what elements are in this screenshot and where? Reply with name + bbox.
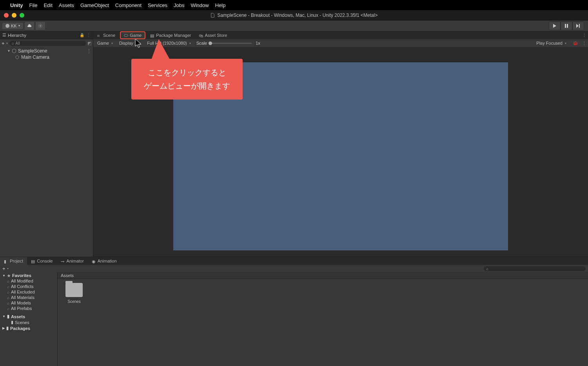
animation-icon: ◉ xyxy=(92,259,96,263)
main-toolbar: KK ▾ xyxy=(0,20,588,31)
console-tab-label: Console xyxy=(37,259,53,263)
gameobject-name: Main Camera xyxy=(21,54,49,60)
step-button[interactable] xyxy=(572,22,584,30)
lock-icon[interactable]: 🔒 xyxy=(80,33,84,37)
tab-game[interactable]: Game xyxy=(120,31,145,39)
scale-value: 1x xyxy=(256,41,260,45)
tab-animator[interactable]: ⊸ Animator xyxy=(57,257,88,265)
menu-component[interactable]: Component xyxy=(115,2,142,8)
hierarchy-tree: ▼ SampleScene ⋮ Main Camera xyxy=(0,47,93,257)
menu-jobs[interactable]: Jobs xyxy=(174,2,184,8)
favorites-header[interactable]: ▼ ★ Favorites xyxy=(0,273,57,278)
play-button[interactable] xyxy=(549,22,561,30)
favorites-label: Favorites xyxy=(12,273,31,278)
tab-asset-store[interactable]: 🛍 Asset Store xyxy=(195,31,231,39)
gameobject-icon xyxy=(15,55,20,60)
search-icon: ⌕ xyxy=(7,290,9,294)
cloud-icon[interactable] xyxy=(25,22,34,30)
folder-icon: ▮ xyxy=(4,259,8,263)
tab-project[interactable]: ▮ Project xyxy=(0,257,27,265)
folder-icon: ▮ xyxy=(6,326,9,331)
menu-file[interactable]: File xyxy=(29,2,38,8)
account-dropdown[interactable]: KK ▾ xyxy=(2,23,23,29)
search-icon: ⌕ xyxy=(7,301,9,305)
favorite-item[interactable]: ⌕All Models xyxy=(0,300,57,306)
favorite-item[interactable]: ⌕All Excluded xyxy=(0,289,57,295)
minimize-button[interactable] xyxy=(12,13,16,18)
tab-animation[interactable]: ◉ Animation xyxy=(88,257,121,265)
scale-label: Scale xyxy=(196,41,207,45)
game-tab-label: Game xyxy=(130,33,142,38)
close-button[interactable] xyxy=(4,13,9,18)
console-icon: ▤ xyxy=(31,259,35,263)
title-text: SampleScene - Breakout - Windows, Mac, L… xyxy=(218,13,378,18)
view-tabs: ⌗ Scene Game ▤ Package Manager 🛍 Asset S… xyxy=(93,31,588,39)
filter-icon[interactable]: ◩ xyxy=(87,41,91,46)
folder-asset[interactable]: Scenes xyxy=(62,283,87,304)
expand-arrow-icon[interactable]: ▼ xyxy=(7,49,10,53)
packages-header[interactable]: ▶ ▮ Packages xyxy=(0,325,57,331)
bottom-tabs: ▮ Project ▤ Console ⊸ Animator ◉ Animati… xyxy=(0,257,588,265)
add-button[interactable]: + xyxy=(2,40,5,46)
hierarchy-panel: ☰ Hierarchy 🔒 ⋮ + ▾ ⌕ All ◩ ▼ SampleScen… xyxy=(0,31,93,257)
scene-row[interactable]: ▼ SampleScene ⋮ xyxy=(0,48,93,54)
gameobject-row[interactable]: Main Camera xyxy=(0,54,93,60)
game-tab-icon xyxy=(124,33,128,38)
macos-menubar: Unity File Edit Assets GameObject Compon… xyxy=(0,0,588,10)
menu-assets[interactable]: Assets xyxy=(59,2,74,8)
window-controls xyxy=(0,13,24,18)
tab-console[interactable]: ▤ Console xyxy=(27,257,56,265)
menu-app[interactable]: Unity xyxy=(10,2,23,8)
svg-point-0 xyxy=(40,25,41,26)
cursor-icon xyxy=(135,38,143,51)
add-button[interactable]: + xyxy=(2,266,5,272)
project-toolbar: + ▾ ⌕ xyxy=(0,265,588,272)
favorite-item[interactable]: ⌕All Modified xyxy=(0,278,57,284)
project-panel: ▮ Project ▤ Console ⊸ Animator ◉ Animati… xyxy=(0,257,588,366)
search-icon: ⌕ xyxy=(7,284,9,289)
search-icon: ⌕ xyxy=(7,279,9,283)
breadcrumb-text: Assets xyxy=(61,273,74,278)
favorite-item[interactable]: ⌕All Prefabs xyxy=(0,306,57,311)
play-focused-dropdown[interactable]: Play Focused xyxy=(534,41,569,45)
tab-menu-icon[interactable]: ⋮ xyxy=(582,41,586,46)
tab-scene[interactable]: ⌗ Scene xyxy=(93,31,119,39)
menu-services[interactable]: Services xyxy=(148,2,167,8)
play-focused-label: Play Focused xyxy=(536,41,563,45)
menu-help[interactable]: Help xyxy=(215,2,226,8)
search-icon: ⌕ xyxy=(12,41,14,45)
game-mode-dropdown[interactable]: Game xyxy=(95,41,115,45)
menu-edit[interactable]: Edit xyxy=(44,2,52,8)
hierarchy-search[interactable]: ⌕ All xyxy=(9,41,86,46)
search-placeholder: All xyxy=(16,41,20,45)
folder-icon: ▮ xyxy=(11,320,13,325)
scale-slider[interactable] xyxy=(209,43,252,44)
scene-tab-icon: ⌗ xyxy=(97,33,102,38)
menu-window[interactable]: Window xyxy=(191,2,209,8)
project-tab-label: Project xyxy=(10,259,23,263)
tab-menu-icon[interactable]: ⋮ xyxy=(582,33,586,38)
menu-icon[interactable]: ⋮ xyxy=(87,33,91,37)
packages-label: Packages xyxy=(10,326,30,331)
assets-grid: Scenes xyxy=(58,279,588,366)
favorite-item[interactable]: ⌕All Materials xyxy=(0,295,57,300)
search-icon: ⌕ xyxy=(7,295,9,300)
assets-header[interactable]: ▼ ▮ Assets xyxy=(0,313,57,319)
account-label: KK xyxy=(11,24,17,28)
bug-icon[interactable]: 🐞 xyxy=(570,41,581,46)
hierarchy-toolbar: + ▾ ⌕ All ◩ xyxy=(0,39,93,47)
project-tree: ▼ ★ Favorites ⌕All Modified ⌕All Conflic… xyxy=(0,272,58,366)
settings-icon[interactable] xyxy=(36,22,45,30)
scene-name: SampleScene xyxy=(18,48,47,54)
window-title: SampleScene - Breakout - Windows, Mac, L… xyxy=(211,13,378,18)
scene-menu-icon[interactable]: ⋮ xyxy=(87,48,91,54)
pause-button[interactable] xyxy=(561,22,572,30)
menu-gameobject[interactable]: GameObject xyxy=(80,2,109,8)
favorite-item[interactable]: ⌕All Conflicts xyxy=(0,284,57,289)
project-search[interactable]: ⌕ xyxy=(484,266,586,271)
breadcrumb[interactable]: Assets xyxy=(58,272,588,279)
folder-item[interactable]: ▮Scenes xyxy=(0,319,57,325)
tab-package-manager[interactable]: ▤ Package Manager xyxy=(146,31,195,39)
maximize-button[interactable] xyxy=(20,13,24,18)
store-icon: 🛍 xyxy=(199,33,203,38)
